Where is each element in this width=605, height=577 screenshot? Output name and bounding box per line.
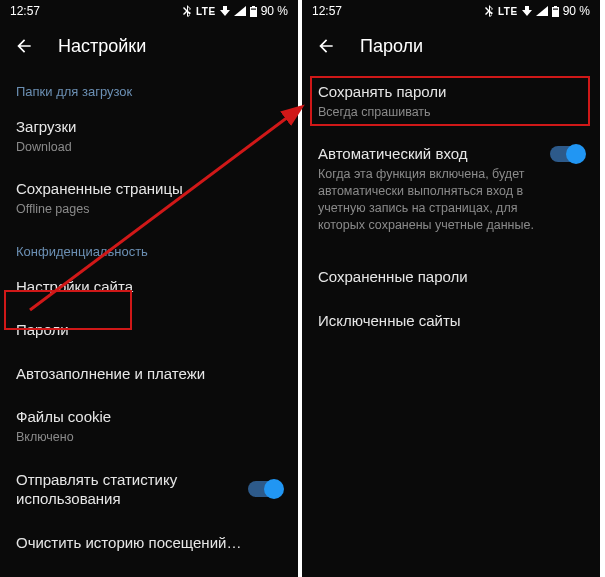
status-bar: 12:57 LTE 90 %: [302, 0, 600, 22]
signal-down-icon: [220, 6, 230, 16]
lte-icon: LTE: [196, 6, 216, 17]
item-downloads[interactable]: Загрузки Download: [0, 105, 298, 167]
item-send-stats[interactable]: Отправлять статистику использования: [0, 458, 298, 521]
item-saved-passwords[interactable]: Сохраненные пароли: [302, 255, 600, 299]
item-clear-history[interactable]: Очистить историю посещений…: [0, 521, 298, 565]
page-title: Настройки: [58, 36, 146, 57]
arrow-left-icon: [14, 36, 34, 56]
item-title: Сохранять пароли: [318, 82, 584, 102]
battery-percent: 90 %: [261, 4, 288, 18]
item-title: Пароли: [16, 320, 282, 340]
item-cookies[interactable]: Файлы cookie Включено: [0, 395, 298, 457]
item-title: Сохраненные страницы: [16, 179, 282, 199]
item-title: Исключенные сайты: [318, 311, 584, 331]
status-time: 12:57: [312, 4, 342, 18]
toggle-switch[interactable]: [550, 146, 584, 162]
header: Настройки: [0, 22, 298, 70]
svg-rect-0: [251, 8, 256, 9]
battery-icon: [552, 6, 559, 17]
back-button[interactable]: [316, 36, 336, 56]
item-excluded-sites[interactable]: Исключенные сайты: [302, 299, 600, 343]
status-time: 12:57: [10, 4, 40, 18]
section-header-help: Справка: [0, 564, 298, 577]
phone-left: 12:57 LTE 90 % Настройки Папки для загру…: [0, 0, 300, 577]
item-sub: Download: [16, 139, 282, 156]
status-right: LTE 90 %: [485, 4, 590, 18]
bluetooth-icon: [485, 5, 494, 17]
svg-rect-1: [553, 8, 558, 9]
item-site-settings[interactable]: Настройки сайта: [0, 265, 298, 309]
lte-icon: LTE: [498, 6, 518, 17]
signal-icon: [234, 6, 246, 16]
item-title: Сохраненные пароли: [318, 267, 584, 287]
item-sub: Когда эта функция включена, будет автома…: [318, 166, 536, 234]
item-title: Загрузки: [16, 117, 282, 137]
battery-percent: 90 %: [563, 4, 590, 18]
signal-icon: [536, 6, 548, 16]
bluetooth-icon: [183, 5, 192, 17]
item-auto-signin[interactable]: Автоматический вход Когда эта функция вк…: [302, 132, 600, 245]
section-header-privacy: Конфиденциальность: [0, 230, 298, 265]
item-autofill[interactable]: Автозаполнение и платежи: [0, 352, 298, 396]
back-button[interactable]: [14, 36, 34, 56]
item-title: Отправлять статистику использования: [16, 470, 234, 509]
section-header-downloads: Папки для загрузок: [0, 70, 298, 105]
arrow-left-icon: [316, 36, 336, 56]
item-save-passwords[interactable]: Сохранять пароли Всегда спрашивать: [302, 70, 600, 132]
item-title: Очистить историю посещений…: [16, 533, 282, 553]
item-title: Настройки сайта: [16, 277, 282, 297]
item-title: Автоматический вход: [318, 144, 536, 164]
item-sub: Включено: [16, 429, 282, 446]
item-title: Файлы cookie: [16, 407, 282, 427]
status-right: LTE 90 %: [183, 4, 288, 18]
status-bar: 12:57 LTE 90 %: [0, 0, 298, 22]
phone-right: 12:57 LTE 90 % Пароли Сохранять пароли В…: [300, 0, 600, 577]
signal-down-icon: [522, 6, 532, 16]
item-sub: Offline pages: [16, 201, 282, 218]
item-passwords[interactable]: Пароли: [0, 308, 298, 352]
item-sub: Всегда спрашивать: [318, 104, 584, 121]
toggle-switch[interactable]: [248, 481, 282, 497]
page-title: Пароли: [360, 36, 423, 57]
battery-icon: [250, 6, 257, 17]
item-title: Автозаполнение и платежи: [16, 364, 282, 384]
item-saved-pages[interactable]: Сохраненные страницы Offline pages: [0, 167, 298, 229]
header: Пароли: [302, 22, 600, 70]
